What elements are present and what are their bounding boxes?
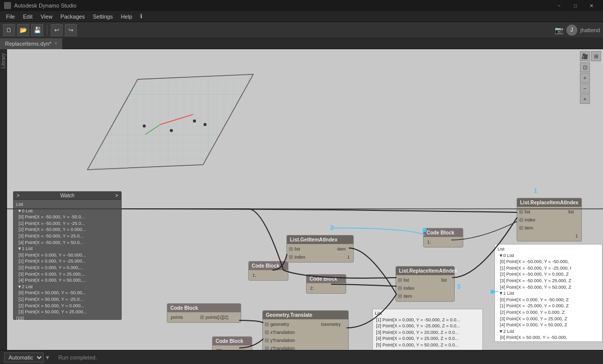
watch-line-16: [2] Point(X = 50.000, Y = 0.000... — [16, 303, 119, 309]
op-line-7: ▼1 List — [497, 290, 599, 297]
geometry-translate-body: geometry Geometry xTranslation yTranslat… — [263, 319, 348, 350]
camera-btn1[interactable]: 🎥 — [580, 51, 590, 61]
menu-help[interactable]: Help — [117, 13, 136, 21]
menu-file[interactable]: File — [2, 13, 19, 21]
maximize-button[interactable]: □ — [568, 0, 583, 11]
list-replace-left-item-label: item — [402, 294, 452, 299]
open-button[interactable]: 📂 — [17, 24, 29, 36]
lrr-index-label: index — [523, 217, 575, 222]
op-line-9: [1] Point(X = -25.000, Y = 0.000, Z — [497, 303, 599, 309]
close-button[interactable]: ✕ — [584, 0, 599, 11]
app-title: Autodesk Dynamo Studio — [14, 3, 76, 9]
gt-ytrans-port — [265, 338, 269, 342]
viewport-grid-svg — [47, 54, 258, 185]
gt-ztrans-label: zTranslation — [269, 346, 346, 350]
title-area: Autodesk Dynamo Studio — [4, 2, 76, 9]
lrr-list-port — [519, 210, 523, 214]
codeblock-5-value: 1; — [426, 239, 457, 245]
list-preview: List [1] Point(X = 0.000, Y = -50.000, Z… — [372, 309, 483, 350]
zoom-fit-button[interactable]: ⊡ — [580, 62, 590, 72]
codeblock-2-node: Code Block 2; — [306, 274, 346, 294]
menu-packages[interactable]: Packages — [56, 13, 88, 21]
list-replace-left-list-row: list list — [396, 276, 454, 284]
codeblock-5-header: Code Block — [424, 228, 463, 237]
op-line-8: [0] Point(X = 0.000, Y = -50.000, Z — [497, 297, 599, 303]
codeblock-points-out-port — [235, 315, 239, 319]
redo-button[interactable]: ↪ — [65, 24, 77, 36]
list-replace-right-node: List.ReplaceItemAtIndex list list index — [517, 198, 582, 241]
list-get-item-node: List.GetItemAtIndex list item index 1 — [286, 235, 354, 263]
op-line-5: [3] Point(X = -50.000, Y = 25.000, Z — [497, 278, 599, 284]
codeblock-20-row: 20; — [213, 346, 252, 350]
lrr-result-val: 1 — [519, 233, 579, 238]
zoom-in-button[interactable]: + — [580, 73, 590, 83]
menu-info[interactable]: ℹ — [136, 12, 146, 21]
new-button[interactable]: 🗋 — [3, 24, 15, 36]
codeblock-1-body: 1; — [249, 270, 288, 280]
lrr-item-label: item — [523, 225, 579, 230]
lp-line-4: [4] Point(X = 0.000, Y = 25.000, Z = 0.0… — [375, 335, 480, 342]
callout-1: 1 — [534, 187, 537, 194]
minimize-button[interactable]: − — [552, 0, 567, 11]
dropdown-arrow: ▼ — [45, 354, 50, 360]
svg-point-5 — [170, 129, 173, 132]
list-get-item-index-label: index — [293, 255, 322, 260]
watch-expand[interactable]: > — [17, 193, 20, 198]
callout-3: 3 — [457, 283, 460, 290]
codeblock-5-title: Code Block — [427, 230, 454, 235]
node-canvas: 🎥 ⊞ ⊡ + − + — [7, 49, 603, 350]
list-get-item-index-port — [289, 255, 293, 259]
watch-line-7: ▼1 List — [16, 246, 119, 252]
lrr-result-row: 1 — [517, 232, 581, 240]
list-replace-left-index-label: index — [402, 286, 448, 291]
watch-collapse[interactable]: > — [115, 193, 118, 198]
watch-line-8: [0] Point(X = 0.000, Y = -50.000... — [16, 252, 119, 259]
user-area: 📷 J jhattend — [555, 25, 600, 36]
camera-btn2[interactable]: ⊞ — [591, 51, 601, 61]
watch-line-2: [0] Point(X = -50.000, Y = -50.0... — [16, 214, 119, 220]
gt-geometry-port — [265, 322, 269, 326]
watch-content: List ▼0 List [0] Point(X = -50.000, Y = … — [14, 200, 121, 323]
menu-settings[interactable]: Settings — [89, 13, 117, 21]
watch-line-11: [3] Point(X = 0.000, Y = 25.000,... — [16, 271, 119, 278]
svg-point-4 — [143, 125, 146, 128]
codeblock-5-out-port — [457, 240, 461, 244]
codeblock-points-body: points points[1][2]; — [167, 312, 241, 322]
codeblock-1-title: Code Block — [252, 263, 279, 269]
gt-ytrans-row: yTranslation — [263, 336, 348, 344]
active-tab[interactable]: ReplaceItems.dyn* × — [0, 38, 63, 49]
callout-2: 2 — [330, 224, 334, 231]
canvas[interactable]: 🎥 ⊞ ⊡ + − + — [7, 49, 603, 350]
list-replace-left-node: List.ReplaceItemAtIndex list list index — [395, 266, 455, 302]
camera-icon[interactable]: 📷 — [555, 26, 563, 34]
app-icon — [4, 2, 11, 9]
run-mode-select[interactable]: Automatic Manual — [4, 352, 44, 362]
watch-line-15: [1] Point(X = 50.000, Y = -25.0... — [16, 296, 119, 303]
codeblock-points-node: Code Block points points[1][2]; — [167, 303, 241, 323]
zoom-out-button[interactable]: − — [580, 83, 590, 93]
list-replace-left-index-port — [398, 286, 402, 290]
menu-edit[interactable]: Edit — [19, 13, 37, 21]
op-line-10: [2] Point(X = 0.000, Y = 0.000, Z — [497, 309, 599, 316]
codeblock-points-header: Code Block — [167, 304, 241, 312]
tab-close-button[interactable]: × — [54, 41, 57, 46]
op-line-12: [4] Point(X = 0.000, Y = 50.000, Z — [497, 322, 599, 328]
sidebar-label[interactable]: Library — [1, 51, 6, 71]
op-line-14: [0] Point(X = 50.000, Y = -50.000, — [497, 334, 599, 341]
op-line-4: [2] Point(X = -50.000, Y = 0.000, Z — [497, 271, 599, 278]
status-text: Run completed. — [58, 354, 97, 360]
save-button[interactable]: 💾 — [31, 24, 43, 36]
list-replace-left-list-port — [398, 278, 402, 282]
codeblock-1-out-port — [282, 273, 286, 277]
list-replace-left-out-label: list — [425, 278, 448, 283]
menu-view[interactable]: View — [37, 13, 57, 21]
undo-button[interactable]: ↩ — [51, 24, 63, 36]
list-replace-left-body: list list index item — [396, 275, 454, 301]
zoom-custom-button[interactable]: + — [580, 94, 590, 104]
watch-line-6: [4] Point(X = -50.000, Y = 50.0... — [16, 239, 119, 246]
list-replace-right-header: List.ReplaceItemAtIndex — [517, 198, 581, 207]
op-line-15: [1] Point(X = 50.000, Y = -25.000, — [497, 341, 599, 342]
watch-line-5: [3] Point(X = -50.000, Y = 25.0... — [16, 233, 119, 239]
gt-geometry-row: geometry Geometry — [263, 320, 348, 328]
statusbar: Automatic Manual ▼ Run completed. — [0, 350, 603, 364]
